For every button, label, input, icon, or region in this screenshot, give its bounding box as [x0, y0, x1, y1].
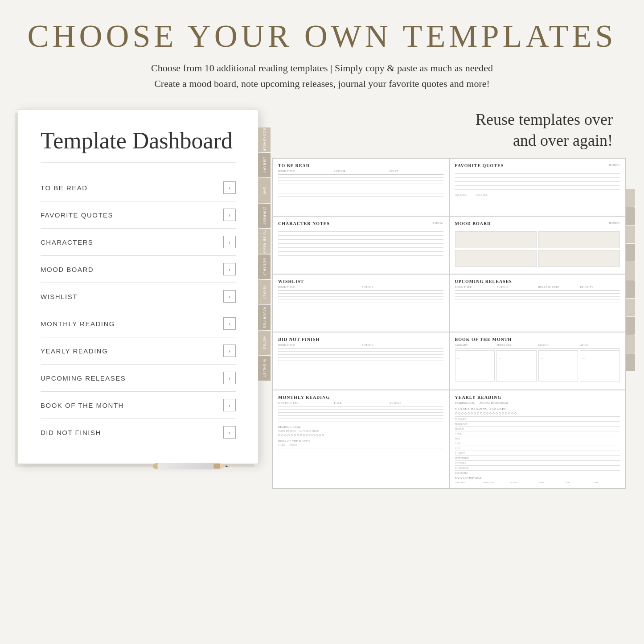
dashboard-item[interactable]: DID NOT FINISH ›: [41, 419, 236, 446]
col-author: AUTHOR: [496, 286, 537, 288]
reading-goal-label: READING GOAL: [278, 426, 443, 428]
tracker-dot: [297, 434, 299, 436]
dashboard-item[interactable]: FAVORITE QUOTES ›: [41, 201, 236, 229]
tracker-dot: [294, 434, 296, 436]
month-aug: AUGUST: [455, 451, 620, 455]
template-botm: BOOK OF THE MONTH JANUARY FEBRUARY MARCH…: [449, 332, 626, 390]
dashboard-card: Template Dashboard TO BE READ › FAVORITE…: [18, 109, 258, 464]
side-tab[interactable]: LIBRARY: [258, 153, 271, 177]
preview-tab[interactable]: [626, 353, 635, 371]
line: [455, 177, 620, 178]
botm-fields: TITLE NOTES: [278, 443, 443, 446]
tracker-dot: [471, 412, 473, 414]
arrow-upcoming[interactable]: ›: [223, 372, 236, 384]
tracker-dot: [461, 412, 464, 414]
arrow-characters[interactable]: ›: [223, 236, 236, 248]
side-tab[interactable]: CURRENT: [258, 204, 271, 228]
preview-tab[interactable]: [626, 207, 635, 225]
monthly-tracker: [278, 434, 443, 436]
side-tab[interactable]: YEARLY: [258, 280, 271, 304]
line: [278, 247, 443, 248]
item-label-characters: CHARACTERS: [41, 238, 93, 246]
col-author: AUTHOR: [334, 170, 388, 172]
preview-tab[interactable]: [626, 226, 635, 243]
side-tab[interactable]: FAVORITES: [258, 305, 271, 330]
item-label-tbr: TO BE READ: [41, 184, 88, 192]
arrow-mood[interactable]: ›: [223, 263, 236, 275]
template-title-tbr: TO BE READ: [278, 163, 443, 168]
reuse-line2: and over again!: [513, 131, 613, 149]
subtitle-line1: Choose from 10 additional reading templa…: [151, 62, 493, 74]
side-tab[interactable]: NOTES: [258, 331, 271, 355]
side-tabs-strip: BOOKSHELF LIBRARY DNF CURRENT TO BE READ…: [258, 127, 271, 381]
table-row: [278, 196, 443, 197]
side-tab[interactable]: MONTHLY: [258, 254, 271, 279]
tracker-dot: [278, 434, 280, 436]
col-book-title: BOOK TITLE: [278, 170, 332, 172]
header-section: CHOOSE YOUR OWN TEMPLATES Choose from 10…: [0, 0, 644, 100]
dashboard-item[interactable]: WISHLIST ›: [41, 283, 236, 310]
col-author: AUTHOR: [390, 402, 443, 404]
upcoming-table-lines: [455, 293, 620, 306]
line: [455, 189, 620, 190]
month-feb: FEBRUARY: [455, 421, 620, 425]
col-priority: PRIORITY: [580, 286, 620, 288]
col-release: RELEASE DATE: [538, 286, 578, 288]
tracker-dot: [316, 434, 318, 436]
template-title-mood: MOOD BOARD: [455, 221, 491, 226]
col-may: MAY: [566, 481, 592, 484]
template-wishlist: WISHLIST BOOK TITLE AUTHOR: [272, 274, 449, 332]
preview-tab[interactable]: [626, 335, 635, 353]
line: [278, 348, 443, 349]
table-row: [278, 412, 443, 413]
reading-goal-label: READING GOAL: [455, 402, 475, 404]
item-label-wishlist: WISHLIST: [41, 293, 78, 300]
table-row: [278, 306, 443, 306]
goal-fields: WANT TO READ ACTUALLY READ: [278, 430, 443, 432]
arrow-dnf[interactable]: ›: [223, 426, 236, 439]
month-dec: DECEMBER: [455, 470, 620, 474]
side-tab[interactable]: WISHLIST: [258, 356, 271, 381]
dnf-columns: BOOK TITLE AUTHOR: [278, 344, 443, 346]
line: [455, 173, 620, 174]
preview-tab[interactable]: [626, 299, 635, 316]
arrow-botm[interactable]: ›: [223, 399, 236, 411]
side-tab[interactable]: DNF: [258, 178, 271, 203]
line: [278, 255, 443, 256]
yearly-tracker: [455, 412, 620, 414]
item-label-yearly: YEARLY READING: [41, 347, 108, 355]
arrow-yearly[interactable]: ›: [223, 345, 236, 357]
dashboard-item[interactable]: TO BE READ ›: [41, 174, 236, 201]
table-row: [278, 357, 443, 358]
dashboard-item[interactable]: MONTHLY READING ›: [41, 310, 236, 337]
table-row: [278, 190, 443, 190]
arrow-fq[interactable]: ›: [223, 209, 236, 221]
yearly-tracker-title: YEARLY READING TRACKER: [455, 407, 620, 410]
preview-tab[interactable]: [626, 317, 635, 335]
tracker-dot: [492, 412, 495, 414]
arrow-wishlist[interactable]: ›: [223, 290, 236, 303]
dashboard-item[interactable]: BOOK OF THE MONTH ›: [41, 392, 236, 419]
month-oct: OCTOBER: [455, 460, 620, 464]
template-title-char: CHARACTER NOTES: [278, 221, 330, 226]
preview-tab[interactable]: [626, 262, 635, 280]
tracker-dot: [468, 412, 470, 414]
tracker-dot: [483, 412, 485, 414]
preview-tab[interactable]: [626, 244, 635, 262]
side-tab[interactable]: TO BE READ: [258, 229, 271, 254]
arrow-monthly[interactable]: ›: [223, 317, 236, 330]
dashboard-item[interactable]: UPCOMING RELEASES ›: [41, 365, 236, 392]
dashboard-item[interactable]: YEARLY READING ›: [41, 337, 236, 365]
line: [455, 185, 620, 186]
dashboard-panel: Template Dashboard TO BE READ › FAVORITE…: [18, 109, 258, 464]
preview-tab[interactable]: [626, 189, 635, 207]
arrow-tbr[interactable]: ›: [223, 181, 236, 194]
template-dnf: DID NOT FINISH BOOK TITLE AUTHOR: [272, 332, 449, 390]
side-tab[interactable]: BOOKSHELF: [258, 127, 271, 152]
title-field-label: TITLE: [278, 443, 285, 446]
dashboard-item[interactable]: MOOD BOARD ›: [41, 256, 236, 283]
dashboard-item[interactable]: CHARACTERS ›: [41, 229, 236, 256]
tracker-dot: [502, 412, 504, 414]
preview-tab[interactable]: [626, 280, 635, 298]
item-label-upcoming: UPCOMING RELEASES: [41, 374, 126, 382]
